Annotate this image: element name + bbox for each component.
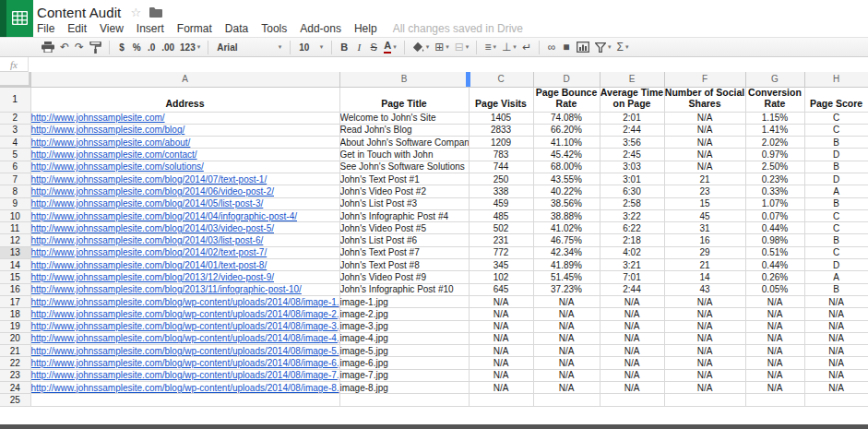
menu-data[interactable]: Data — [219, 22, 255, 35]
number-format-button[interactable]: 123▾ — [177, 39, 203, 55]
horizontal-align-button[interactable]: ≡▾ — [482, 39, 499, 55]
column-header-F[interactable]: F — [664, 72, 745, 87]
conversion-rate-cell[interactable]: N/A — [745, 357, 804, 369]
header-cell[interactable]: Page Score — [804, 87, 868, 112]
row-header-17[interactable]: 17 — [0, 295, 30, 307]
address-link[interactable]: http://www.johnssamplesite.com/contact/ — [31, 149, 197, 160]
conversion-rate-cell[interactable]: N/A — [745, 369, 804, 381]
page-visits-cell[interactable]: N/A — [469, 345, 533, 357]
menu-file[interactable]: File — [30, 22, 61, 35]
avg-time-cell[interactable]: 6:22 — [600, 222, 664, 234]
social-shares-cell[interactable]: N/A — [664, 369, 745, 381]
page-score-cell[interactable]: B — [804, 137, 868, 149]
conversion-rate-cell[interactable]: 0.44% — [745, 222, 804, 234]
address-cell[interactable]: http://www.johnssamplesite.com/blog/ — [30, 124, 339, 136]
page-visits-cell[interactable]: 338 — [469, 185, 533, 197]
row-header-6[interactable]: 6 — [0, 161, 30, 173]
row-header-11[interactable]: 11 — [0, 222, 30, 234]
bounce-rate-cell[interactable]: N/A — [533, 357, 600, 369]
bounce-rate-cell[interactable]: N/A — [533, 382, 600, 394]
empty-cell[interactable] — [533, 394, 600, 406]
page-score-cell[interactable]: B — [804, 234, 868, 246]
conversion-rate-cell[interactable]: 0.23% — [745, 173, 804, 185]
address-link[interactable]: http://www.johnssamplesite.com/solutions… — [31, 161, 204, 172]
conversion-rate-cell[interactable]: 0.97% — [745, 149, 804, 161]
address-link[interactable]: http://www.johnssamplesite.com/blog/wp-c… — [31, 321, 340, 331]
social-shares-cell[interactable]: N/A — [664, 137, 745, 149]
page-visits-cell[interactable]: 485 — [469, 209, 533, 221]
empty-cell[interactable] — [30, 394, 339, 406]
column-header-A[interactable]: A — [30, 72, 339, 87]
row-header-1[interactable]: 1 — [0, 87, 30, 112]
bounce-rate-cell[interactable]: 38.88% — [533, 209, 600, 221]
page-score-cell[interactable]: B — [804, 197, 868, 209]
header-cell[interactable]: Page Title — [339, 87, 469, 112]
social-shares-cell[interactable]: 21 — [664, 173, 745, 185]
page-visits-cell[interactable]: 502 — [469, 222, 533, 234]
page-visits-cell[interactable]: N/A — [469, 295, 533, 307]
page-title-cell[interactable]: image-4.jpg — [339, 332, 469, 344]
social-shares-cell[interactable]: 31 — [664, 222, 745, 234]
social-shares-cell[interactable]: 14 — [664, 271, 745, 283]
address-cell[interactable]: http://www.johnssamplesite.com/blog/2014… — [30, 185, 339, 197]
menu-tools[interactable]: Tools — [255, 22, 293, 35]
avg-time-cell[interactable]: 2:44 — [600, 283, 664, 295]
avg-time-cell[interactable]: 2:58 — [600, 197, 664, 209]
address-link[interactable]: http://www.johnssamplesite.com/blog/wp-c… — [31, 346, 340, 356]
menu-insert[interactable]: Insert — [130, 22, 171, 35]
bounce-rate-cell[interactable]: 74.08% — [533, 112, 600, 124]
column-header-E[interactable]: E — [600, 72, 664, 87]
avg-time-cell[interactable]: N/A — [600, 382, 664, 394]
column-resize-marker[interactable] — [466, 72, 470, 87]
page-title-cell[interactable]: John's Infographic Post #4 — [339, 209, 469, 221]
insert-comment-button[interactable]: ■ — [559, 39, 574, 55]
social-shares-cell[interactable]: N/A — [664, 332, 745, 344]
address-link[interactable]: http://www.johnssamplesite.com/blog/2014… — [31, 235, 264, 245]
column-header-D[interactable]: D — [533, 72, 600, 87]
font-family-select[interactable]: Arial▾ — [213, 39, 285, 55]
address-cell[interactable]: http://www.johnssamplesite.com/blog/wp-c… — [30, 382, 339, 394]
bounce-rate-cell[interactable]: 43.55% — [533, 173, 600, 185]
menu-help[interactable]: Help — [348, 22, 384, 35]
empty-cell[interactable] — [339, 394, 469, 406]
page-title-cell[interactable]: John's Infographic Post #10 — [339, 283, 469, 295]
row-header-16[interactable]: 16 — [0, 283, 30, 295]
address-link[interactable]: http://www.johnssamplesite.com/blog/wp-c… — [31, 383, 340, 393]
insert-link-button[interactable]: ∞ — [544, 39, 559, 55]
address-link[interactable]: http://www.johnssamplesite.com/blog/2014… — [31, 186, 274, 197]
page-title-cell[interactable]: John's Video Post #9 — [339, 271, 469, 283]
row-header-14[interactable]: 14 — [0, 259, 30, 271]
page-score-cell[interactable]: A — [804, 271, 868, 283]
menu-view[interactable]: View — [93, 22, 130, 35]
bounce-rate-cell[interactable]: N/A — [533, 369, 600, 381]
page-visits-cell[interactable]: 772 — [469, 246, 533, 258]
page-title-cell[interactable]: image-6.jpg — [339, 357, 469, 369]
avg-time-cell[interactable]: 3:56 — [600, 137, 664, 149]
star-icon[interactable]: ☆ — [130, 6, 141, 18]
page-visits-cell[interactable]: 2833 — [469, 124, 533, 136]
row-header-8[interactable]: 8 — [0, 185, 30, 197]
bounce-rate-cell[interactable]: N/A — [533, 320, 600, 332]
page-score-cell[interactable]: B — [804, 161, 868, 173]
page-visits-cell[interactable]: 744 — [469, 161, 533, 173]
bounce-rate-cell[interactable]: N/A — [533, 332, 600, 344]
page-title-cell[interactable]: image-7.jpg — [339, 369, 469, 381]
vertical-align-button[interactable]: ⊥▾ — [499, 39, 519, 55]
save-status[interactable]: All changes saved in Drive — [393, 22, 523, 35]
empty-cell[interactable] — [804, 394, 868, 406]
column-header-C[interactable]: C — [469, 72, 533, 87]
text-wrap-button[interactable]: ↵ — [519, 39, 534, 55]
row-header-12[interactable]: 12 — [0, 234, 30, 246]
address-cell[interactable]: http://www.johnssamplesite.com/blog/wp-c… — [30, 357, 339, 369]
page-title-cell[interactable]: John's List Post #6 — [339, 234, 469, 246]
conversion-rate-cell[interactable]: 0.51% — [745, 246, 804, 258]
bounce-rate-cell[interactable]: 45.42% — [533, 149, 600, 161]
address-cell[interactable]: http://www.johnssamplesite.com/blog/2013… — [30, 283, 339, 295]
avg-time-cell[interactable]: N/A — [600, 345, 664, 357]
page-score-cell[interactable]: C — [804, 112, 868, 124]
page-title-cell[interactable]: Get in Touch with John — [339, 149, 469, 161]
page-visits-cell[interactable]: 250 — [469, 173, 533, 185]
avg-time-cell[interactable]: N/A — [600, 308, 664, 320]
page-score-cell[interactable]: D — [804, 173, 868, 185]
address-link[interactable]: http://www.johnssamplesite.com/ — [31, 113, 165, 123]
